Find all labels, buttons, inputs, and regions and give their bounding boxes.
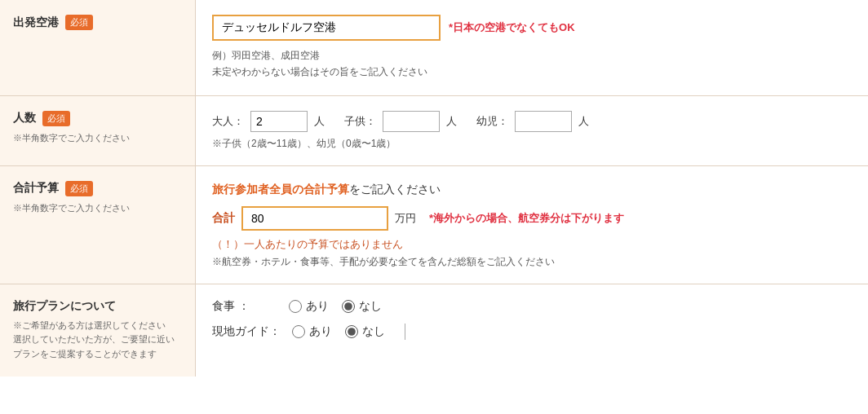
budget-label: 合計予算 必須 (13, 181, 182, 196)
adult-label: 大人： (212, 114, 244, 129)
travel-plan-note-line2: 選択していただいた方が、ご要望に近い (13, 333, 182, 347)
budget-note: ※半角数字でご入力ください (13, 201, 182, 216)
people-content: 大人： 人 子供： 人 幼児： 人 ※子供（2歳〜11歳）、幼児（0歳〜1歳） (196, 96, 868, 165)
airport-example: 例）羽田空港、成田空港 未定やわからない場合はその旨をご記入ください (212, 47, 852, 81)
infant-input[interactable] (515, 111, 572, 132)
budget-label-col: 合計予算 必須 ※半角数字でご入力ください (0, 166, 196, 284)
meal-colon: ： (238, 299, 250, 312)
guide-label: 現地ガイド： (212, 324, 281, 339)
meal-row: 食事 ： あり なし (212, 299, 852, 314)
budget-description: 旅行参加者全員の合計予算をご記入ください (212, 181, 852, 198)
travel-plan-note: ※ご希望がある方は選択してください 選択していただいた方が、ご要望に近い プラン… (13, 319, 182, 362)
meal-radio-group: あり なし (289, 299, 382, 314)
meal-radio-yes[interactable] (289, 300, 302, 313)
guide-radio-group: あり なし (292, 324, 405, 340)
infant-label: 幼児： (476, 114, 508, 129)
guide-row: 現地ガイド： あり なし (212, 324, 852, 340)
age-note: ※子供（2歳〜11歳）、幼児（0歳〜1歳） (212, 137, 852, 151)
guide-radio-no[interactable] (345, 325, 358, 338)
people-section: 人数 必須 ※半角数字でご入力ください 大人： 人 子供： 人 幼児： 人 ※子… (0, 96, 868, 166)
budget-title-part1: 旅行参加者全員の合計予算 (212, 183, 349, 196)
people-label: 人数 必須 (13, 111, 182, 126)
adult-unit: 人 (314, 114, 325, 129)
budget-section: 合計予算 必須 ※半角数字でご入力ください 旅行参加者全員の合計予算をご記入くだ… (0, 166, 868, 284)
people-required: 必須 (42, 111, 70, 126)
travel-plan-title-text: 旅行プランについて (13, 299, 116, 314)
airport-example-line1: 例）羽田空港、成田空港 (212, 47, 852, 64)
people-title-text: 人数 (13, 111, 36, 126)
budget-unit: 万円 (395, 211, 416, 226)
meal-yes-text: あり (306, 299, 329, 314)
departure-airport-title-text: 出発空港 (13, 15, 59, 30)
meal-label-text: 食事 (212, 299, 235, 312)
travel-plan-note-line1: ※ご希望がある方は選択してください (13, 319, 182, 333)
people-note: ※半角数字でご入力ください (13, 131, 182, 146)
budget-input[interactable] (241, 206, 388, 231)
departure-airport-required: 必須 (65, 15, 93, 30)
child-unit: 人 (446, 114, 457, 129)
meal-label: 食事 ： (212, 299, 277, 314)
departure-airport-section: 出発空港 必須 *日本の空港でなくてもOK 例）羽田空港、成田空港 未定やわから… (0, 0, 868, 96)
travel-plan-content: 食事 ： あり なし 現地ガイド： あ (196, 284, 868, 377)
guide-option-no[interactable]: なし (345, 324, 385, 339)
guide-yes-text: あり (309, 324, 332, 339)
guide-no-text: なし (362, 324, 385, 339)
meal-option-no[interactable]: なし (342, 299, 382, 314)
guide-label-text: 現地ガイド： (212, 324, 281, 337)
overseas-note: *海外からの場合、航空券分は下がります (429, 211, 624, 226)
total-label: 合計 (212, 211, 235, 226)
budget-footnote: ※航空券・ホテル・食事等、手配が必要な全てを含んだ総額をご記入ください (212, 255, 852, 269)
budget-row: 合計 万円 *海外からの場合、航空券分は下がります (212, 206, 852, 231)
budget-title-part2: をご記入ください (349, 183, 441, 196)
infant-unit: 人 (578, 114, 589, 129)
adult-input[interactable] (250, 111, 308, 132)
travel-plan-label-col: 旅行プランについて ※ご希望がある方は選択してください 選択していただいた方が、… (0, 284, 196, 377)
departure-airport-content: *日本の空港でなくてもOK 例）羽田空港、成田空港 未定やわからない場合はその旨… (196, 0, 868, 95)
budget-warning: （！）一人あたりの予算ではありません (212, 237, 852, 252)
guide-divider (405, 324, 405, 340)
travel-plan-note-line3: プランをご提案することができます (13, 347, 182, 362)
budget-content: 旅行参加者全員の合計予算をご記入ください 合計 万円 *海外からの場合、航空券分… (196, 166, 868, 284)
airport-ok-note: *日本の空港でなくてもOK (449, 20, 575, 35)
guide-option-yes[interactable]: あり (292, 324, 332, 339)
budget-title-text: 合計予算 (13, 181, 59, 196)
departure-airport-input[interactable] (212, 15, 441, 41)
child-input[interactable] (383, 111, 440, 132)
travel-plan-section: 旅行プランについて ※ご希望がある方は選択してください 選択していただいた方が、… (0, 284, 868, 377)
people-row: 大人： 人 子供： 人 幼児： 人 (212, 111, 852, 132)
meal-no-text: なし (359, 299, 382, 314)
meal-radio-no[interactable] (342, 300, 355, 313)
airport-example-line2: 未定やわからない場合はその旨をご記入ください (212, 64, 852, 80)
budget-required: 必須 (65, 181, 93, 196)
guide-radio-yes[interactable] (292, 325, 305, 338)
departure-airport-label-col: 出発空港 必須 (0, 0, 196, 95)
departure-airport-label: 出発空港 必須 (13, 15, 182, 30)
meal-option-yes[interactable]: あり (289, 299, 329, 314)
child-label: 子供： (344, 114, 376, 129)
travel-plan-label: 旅行プランについて (13, 299, 182, 314)
people-label-col: 人数 必須 ※半角数字でご入力ください (0, 96, 196, 165)
